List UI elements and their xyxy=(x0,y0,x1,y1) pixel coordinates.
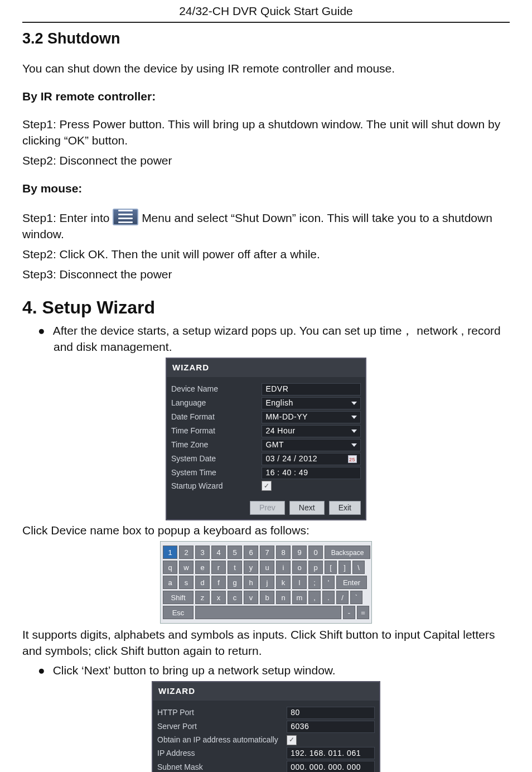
field-system-time[interactable]: 16 : 40 : 49 xyxy=(262,467,361,479)
wizard1-prev-button[interactable]: Prev xyxy=(250,501,285,515)
field-server-port[interactable]: 6036 xyxy=(287,721,375,733)
key-m[interactable]: m xyxy=(292,591,307,604)
field-system-date[interactable]: 03 / 24 / 2012 xyxy=(262,453,361,465)
key-c[interactable]: c xyxy=(228,591,242,604)
key-s[interactable]: s xyxy=(179,576,194,589)
lbl-device-name: Device Name xyxy=(171,384,258,394)
key-b[interactable]: b xyxy=(260,591,274,604)
wizard1-title: WIZARD xyxy=(167,359,365,377)
key-5[interactable]: 5 xyxy=(228,546,242,559)
virtual-keyboard: 1 2 3 4 5 6 7 8 9 0 Backspace q w e r t … xyxy=(160,541,372,624)
key-e[interactable]: e xyxy=(195,561,210,574)
key-x[interactable]: x xyxy=(211,591,226,604)
key-k[interactable]: k xyxy=(276,576,291,589)
lbl-subnet-mask: Subnet Mask xyxy=(157,762,283,772)
lbl-system-date: System Date xyxy=(171,453,258,464)
text-mouse-step1: Step1: Enter into Menu and select “Shut … xyxy=(22,209,510,243)
key-lbracket[interactable]: [ xyxy=(325,561,337,574)
key-8[interactable]: 8 xyxy=(276,546,291,559)
bullet-click-next: Click ‘Next’ button to bring up a networ… xyxy=(22,663,510,679)
lbl-auto-ip: Obtain an IP address automatically xyxy=(157,735,283,745)
field-ip-address[interactable]: 192. 168. 011. 061 xyxy=(287,747,375,759)
lbl-date-format: Date Format xyxy=(171,412,258,422)
key-7[interactable]: 7 xyxy=(260,546,274,559)
key-i[interactable]: i xyxy=(276,561,291,574)
field-http-port[interactable]: 80 xyxy=(287,707,375,719)
key-v[interactable]: v xyxy=(244,591,258,604)
key-p[interactable]: p xyxy=(308,561,323,574)
text-shutdown-intro: You can shut down the device by using IR… xyxy=(22,61,510,77)
checkbox-auto-ip[interactable]: ✓ xyxy=(287,735,297,745)
key-slash[interactable]: / xyxy=(336,591,349,604)
key-t[interactable]: t xyxy=(228,561,242,574)
key-0[interactable]: 0 xyxy=(308,546,323,559)
text-ir-step1: Step1: Press Power button. This will bri… xyxy=(22,117,510,149)
heading-3-2-shutdown: 3.2 Shutdown xyxy=(22,28,510,49)
field-device-name[interactable]: EDVR xyxy=(262,383,361,395)
running-header: 24/32-CH DVR Quick Start Guide xyxy=(22,0,510,23)
text-mouse-step2: Step2: Click OK. Then the unit will powe… xyxy=(22,247,510,263)
key-g[interactable]: g xyxy=(228,576,242,589)
key-comma[interactable]: , xyxy=(308,591,321,604)
heading-by-ir-remote: By IR remote controller: xyxy=(22,89,510,105)
wizard1-exit-button[interactable]: Exit xyxy=(329,501,361,515)
lbl-language: Language xyxy=(171,398,258,408)
key-minus[interactable]: - xyxy=(343,606,355,619)
lbl-time-format: Time Format xyxy=(171,426,258,436)
heading-by-mouse: By mouse: xyxy=(22,181,510,197)
key-1[interactable]: 1 xyxy=(163,546,177,559)
wizard1-next-button[interactable]: Next xyxy=(289,501,325,515)
key-esc[interactable]: Esc xyxy=(163,606,194,619)
key-backtick[interactable]: ` xyxy=(350,591,362,604)
menu-icon xyxy=(113,209,138,225)
key-backslash[interactable]: \ xyxy=(352,561,365,574)
key-n[interactable]: n xyxy=(276,591,291,604)
select-time-format[interactable]: 24 Hour xyxy=(262,425,361,437)
key-y[interactable]: y xyxy=(244,561,258,574)
key-a[interactable]: a xyxy=(163,576,177,589)
key-2[interactable]: 2 xyxy=(179,546,194,559)
key-u[interactable]: u xyxy=(260,561,274,574)
key-9[interactable]: 9 xyxy=(292,546,307,559)
key-enter[interactable]: Enter xyxy=(336,576,367,589)
key-equals[interactable]: = xyxy=(357,606,369,619)
lbl-server-port: Server Port xyxy=(157,721,283,732)
lbl-http-port: HTTP Port xyxy=(157,707,283,718)
select-time-zone[interactable]: GMT xyxy=(262,439,361,451)
key-semicolon[interactable]: ; xyxy=(308,576,321,589)
key-f[interactable]: f xyxy=(211,576,226,589)
key-h[interactable]: h xyxy=(244,576,258,589)
text-kbd-explain: It supports digits, alphabets and symbol… xyxy=(22,627,510,659)
key-z[interactable]: z xyxy=(195,591,210,604)
select-language[interactable]: English xyxy=(262,397,361,409)
select-date-format[interactable]: MM-DD-YY xyxy=(262,411,361,423)
lbl-time-zone: Time Zone xyxy=(171,440,258,450)
text-ir-step2: Step2: Disconnect the power xyxy=(22,153,510,169)
key-j[interactable]: j xyxy=(260,576,274,589)
key-o[interactable]: o xyxy=(292,561,307,574)
key-l[interactable]: l xyxy=(292,576,307,589)
key-period[interactable]: . xyxy=(322,591,335,604)
key-r[interactable]: r xyxy=(211,561,226,574)
key-3[interactable]: 3 xyxy=(195,546,210,559)
key-w[interactable]: w xyxy=(179,561,194,574)
key-4[interactable]: 4 xyxy=(211,546,226,559)
key-q[interactable]: q xyxy=(163,561,177,574)
wizard-panel-network: WIZARD HTTP Port80 Server Port6036 Obtai… xyxy=(152,681,380,772)
calendar-icon[interactable] xyxy=(348,455,357,463)
field-subnet-mask[interactable]: 000. 000. 000. 000 xyxy=(287,761,375,772)
key-shift[interactable]: Shift xyxy=(163,591,194,604)
checkbox-startup-wizard[interactable]: ✓ xyxy=(262,481,272,491)
lbl-startup-wizard: Startup Wizard xyxy=(171,481,258,491)
lbl-system-time: System Time xyxy=(171,467,258,478)
text-mouse-step3: Step3: Disconnect the power xyxy=(22,267,510,283)
key-d[interactable]: d xyxy=(195,576,210,589)
key-space[interactable] xyxy=(195,606,341,619)
chevron-down-icon xyxy=(351,443,357,447)
lbl-ip-address: IP Address xyxy=(157,748,283,759)
key-apostrophe[interactable]: ' xyxy=(322,576,335,589)
text-mouse-step1a: Step1: Enter into xyxy=(22,211,113,224)
key-backspace[interactable]: Backspace xyxy=(325,546,370,559)
key-rbracket[interactable]: ] xyxy=(338,561,351,574)
key-6[interactable]: 6 xyxy=(244,546,258,559)
